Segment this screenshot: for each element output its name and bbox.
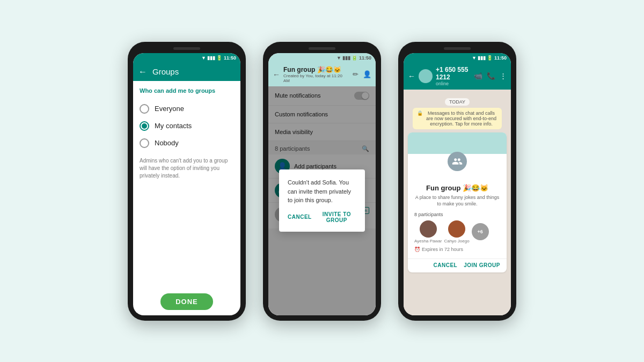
system-message-text: Messages to this chat and calls are now … — [425, 110, 497, 127]
phone-3: ▼ ▮▮▮ 🔋 11:50 ← +1 650 555 1212 online 📹… — [398, 42, 516, 321]
dialog-actions: CANCEL INVITE TO GROUP — [288, 211, 356, 223]
radio-my-contacts[interactable] — [140, 121, 149, 131]
option-nobody-label: Nobody — [155, 139, 179, 147]
phone2-body: Mute notifications Custom notifications … — [268, 86, 376, 315]
contact-avatar — [419, 69, 433, 83]
radio-nobody[interactable] — [140, 138, 149, 148]
phone-speaker-1 — [173, 47, 200, 50]
header-icons-2: ✏ 👤 — [353, 70, 371, 78]
back-button-3[interactable]: ← — [408, 72, 415, 80]
status-icons-2: ▼ ▮▮▮ 🔋 — [336, 55, 357, 61]
battery-icon-3: 🔋 — [487, 55, 493, 61]
signal-icon-3: ▮▮▮ — [478, 55, 486, 61]
dialog-invite-button[interactable]: INVITE TO GROUP — [317, 211, 356, 223]
clock-icon: ⏰ — [414, 247, 420, 252]
phone-screen-2: ▼ ▮▮▮ 🔋 11:50 ← Fun group 🎉😂🐱 Created by… — [268, 53, 376, 315]
dialog-overlay: Couldn't add Sofia. You can invite them … — [268, 86, 376, 315]
wifi-icon-3: ▼ — [472, 55, 477, 61]
invite-icon-wrapper — [408, 144, 507, 171]
back-button-1[interactable]: ← — [138, 67, 147, 77]
time-1: 11:50 — [224, 55, 236, 61]
avatar-more: +6 — [472, 223, 489, 240]
invite-participants-count: 8 participants — [414, 212, 500, 217]
contact-name: +1 650 555 1212 — [436, 66, 471, 81]
phone3-header: ← +1 650 555 1212 online 📹 📞 ⋮ — [404, 63, 511, 90]
phone-screen-1: ▼ ▮▮▮ 🔋 11:50 ← Groups Who can add me to… — [133, 53, 240, 315]
signal-icon-1: ▮▮▮ — [207, 55, 215, 61]
invite-cancel-button[interactable]: CANCEL — [434, 262, 458, 268]
radio-everyone[interactable] — [140, 104, 149, 114]
contact-status: online — [436, 81, 471, 86]
battery-icon-1: 🔋 — [216, 55, 222, 61]
phone-speaker-2 — [309, 47, 335, 50]
invite-dialog: Couldn't add Sofia. You can invite them … — [279, 169, 365, 232]
phone1-body: Who can add me to groups Everyone My con… — [133, 81, 240, 288]
today-badge: TODAY — [445, 98, 470, 106]
avatar-more-count: +6 — [477, 229, 482, 234]
avatar-ayesha-label: Ayesha Pawar — [414, 239, 442, 243]
status-bar-1: ▼ ▮▮▮ 🔋 11:50 — [133, 53, 240, 63]
privacy-note: Admins who can't add you to a group will… — [140, 157, 234, 180]
more-options-icon[interactable]: ⋮ — [500, 72, 507, 80]
invite-avatars: Ayesha Pawar Cahyo Joego +6 — [414, 220, 500, 243]
dialog-message: Couldn't add Sofia. You can invite them … — [288, 178, 356, 205]
group-name: Fun group 🎉😂🐱 — [283, 66, 349, 73]
invite-card-actions: CANCEL JOIN GROUP — [408, 258, 507, 272]
option-my-contacts-label: My contacts — [155, 122, 192, 130]
wifi-icon-2: ▼ — [336, 55, 341, 61]
time-3: 11:50 — [494, 55, 507, 61]
video-call-icon[interactable]: 📹 — [474, 72, 482, 80]
option-nobody[interactable]: Nobody — [140, 135, 234, 152]
contact-info: +1 650 555 1212 online — [436, 66, 471, 86]
avatar-cahyo-label: Cahyo Joego — [444, 239, 469, 243]
groups-title: Groups — [152, 67, 179, 76]
phone-speaker-3 — [444, 47, 471, 50]
radio-inner-selected — [142, 123, 147, 129]
option-my-contacts[interactable]: My contacts — [140, 117, 234, 135]
phone-screen-3: ▼ ▮▮▮ 🔋 11:50 ← +1 650 555 1212 online 📹… — [404, 53, 511, 315]
group-created: Created by You, today at 11:20 AM — [283, 73, 349, 83]
lock-icon: 🔒 — [417, 110, 423, 116]
phone2-header: ← Fun group 🎉😂🐱 Created by You, today at… — [268, 63, 376, 86]
expire-text: Expires in 72 hours — [422, 247, 463, 252]
status-icons-3: ▼ ▮▮▮ 🔋 — [472, 55, 493, 61]
phone1-header: ← Groups — [133, 63, 240, 81]
invite-card-body: Fun group 🎉😂🐱 A place to share funny jok… — [408, 171, 507, 258]
expire-note: ⏰ Expires in 72 hours — [414, 247, 500, 252]
header-icons-3: 📹 📞 ⋮ — [474, 72, 507, 80]
phone-1: ▼ ▮▮▮ 🔋 11:50 ← Groups Who can add me to… — [128, 42, 246, 321]
phone-2: ▼ ▮▮▮ 🔋 11:50 ← Fun group 🎉😂🐱 Created by… — [263, 42, 381, 321]
avatar-ayesha — [420, 220, 437, 238]
signal-icon-2: ▮▮▮ — [342, 55, 350, 61]
option-everyone[interactable]: Everyone — [140, 100, 234, 117]
join-group-button[interactable]: JOIN GROUP — [464, 262, 500, 268]
invite-card: Fun group 🎉😂🐱 A place to share funny jok… — [408, 132, 507, 272]
invite-group-desc: A place to share funny jokes and things … — [414, 194, 500, 208]
battery-icon-2: 🔋 — [352, 55, 357, 61]
chat-area: TODAY 🔒 Messages to this chat and calls … — [404, 90, 511, 315]
edit-icon[interactable]: ✏ — [353, 70, 358, 78]
option-everyone-label: Everyone — [155, 105, 184, 113]
add-participant-icon[interactable]: 👤 — [363, 70, 371, 78]
invite-group-name: Fun group 🎉😂🐱 — [414, 184, 500, 192]
dialog-cancel-button[interactable]: CANCEL — [288, 211, 312, 223]
system-message: 🔒 Messages to this chat and calls are no… — [413, 108, 502, 129]
back-button-2[interactable]: ← — [273, 70, 280, 79]
status-bar-3: ▼ ▮▮▮ 🔋 11:50 — [404, 53, 511, 63]
invite-group-icon — [448, 152, 467, 171]
group-info-header: Fun group 🎉😂🐱 Created by You, today at 1… — [283, 66, 349, 83]
wifi-icon-1: ▼ — [201, 55, 206, 61]
done-button[interactable]: DONE — [160, 293, 213, 310]
today-divider: TODAY — [408, 96, 507, 106]
voice-call-icon[interactable]: 📞 — [487, 72, 495, 80]
section-title: Who can add me to groups — [140, 87, 234, 94]
time-2: 11:50 — [359, 55, 371, 61]
avatar-cahyo — [448, 220, 465, 238]
status-bar-2: ▼ ▮▮▮ 🔋 11:50 — [268, 53, 376, 63]
status-icons-1: ▼ ▮▮▮ 🔋 — [201, 55, 222, 61]
